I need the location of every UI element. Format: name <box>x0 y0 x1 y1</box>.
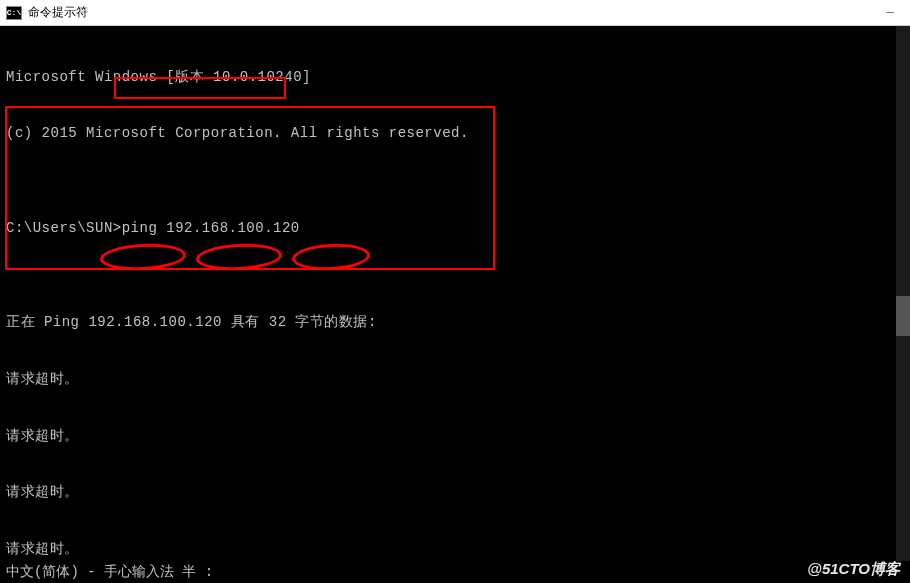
timeout-line: 请求超时。 <box>6 483 904 502</box>
copyright-line: (c) 2015 Microsoft Corporation. All righ… <box>6 124 904 143</box>
window-controls: ─ <box>870 0 910 26</box>
terminal-area[interactable]: Microsoft Windows [版本 10.0.10240] (c) 20… <box>0 26 910 561</box>
watermark-text: @51CTO博客 <box>807 560 900 579</box>
window-title: 命令提示符 <box>28 4 88 21</box>
prompt-path: C:\Users\SUN> <box>6 220 122 236</box>
timeout-line: 请求超时。 <box>6 427 904 446</box>
prompt-line-1: C:\Users\SUN>ping 192.168.100.120 <box>6 219 904 238</box>
cmd-icon-text: C:\ <box>7 8 21 17</box>
timeout-line: 请求超时。 <box>6 540 904 559</box>
os-version-line: Microsoft Windows [版本 10.0.10240] <box>6 68 904 87</box>
ping-command: ping 192.168.100.120 <box>122 220 300 236</box>
ime-text: 中文(简体) - 手心输入法 半 : <box>6 564 213 580</box>
annotation-sent-circle <box>99 242 186 272</box>
window-titlebar: C:\ 命令提示符 ─ <box>0 0 910 26</box>
scrollbar-thumb[interactable] <box>896 296 910 336</box>
ime-status-bar: 中文(简体) - 手心输入法 半 : <box>0 561 910 583</box>
annotation-lost-circle <box>291 242 370 272</box>
scrollbar-track[interactable] <box>896 26 910 561</box>
timeout-line: 请求超时。 <box>6 370 904 389</box>
cmd-icon: C:\ <box>6 6 22 20</box>
minimize-button[interactable]: ─ <box>870 0 910 26</box>
annotation-received-circle <box>195 242 282 272</box>
ping-header-line: 正在 Ping 192.168.100.120 具有 32 字节的数据: <box>6 313 904 332</box>
